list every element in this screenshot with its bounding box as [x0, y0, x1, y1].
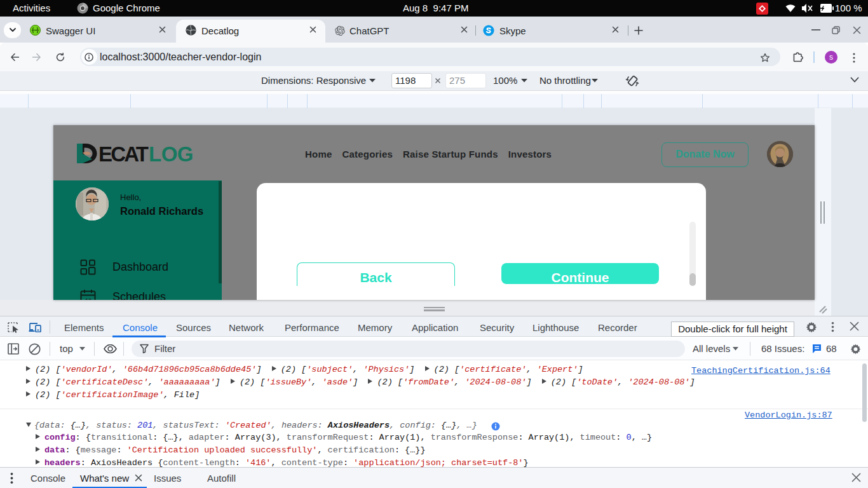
svg-text:12: 12: [85, 297, 92, 300]
svg-text:LOG: LOG: [149, 142, 193, 164]
svg-text:ECAT: ECAT: [98, 142, 149, 164]
